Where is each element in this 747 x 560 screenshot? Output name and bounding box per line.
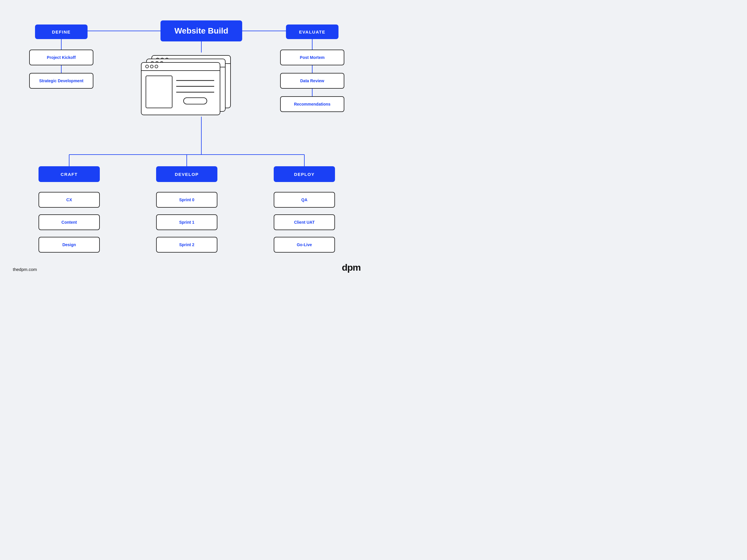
cx-label: CX [66, 197, 72, 202]
qa-label: QA [302, 197, 308, 202]
define-label: DEFINE [52, 29, 71, 34]
design-node: Design [38, 237, 100, 252]
design-label: Design [62, 242, 76, 247]
sprint0-node: Sprint 0 [156, 192, 217, 208]
data-review-node: Data Review [280, 73, 344, 89]
define-node: DEFINE [35, 25, 87, 39]
post-mortem-label: Post Mortem [300, 55, 325, 60]
project-kickoff-node: Project Kickoff [29, 50, 93, 65]
cx-node: CX [38, 192, 100, 208]
client-uat-label: Client UAT [294, 220, 315, 224]
go-live-node: Go-Live [274, 237, 335, 252]
qa-node: QA [274, 192, 335, 208]
client-uat-node: Client UAT [274, 214, 335, 230]
strategic-development-node: Strategic Development [29, 73, 93, 89]
watermark-left-text: thedpm.com [13, 267, 37, 272]
craft-node: CRAFT [38, 166, 100, 182]
browser-illustration [140, 53, 239, 117]
data-review-label: Data Review [300, 78, 324, 83]
develop-node: DEVELOP [156, 166, 217, 182]
develop-label: DEVELOP [175, 172, 199, 177]
post-mortem-node: Post Mortem [280, 50, 344, 65]
recommendations-label: Recommendations [294, 102, 330, 106]
craft-label: CRAFT [61, 172, 78, 177]
evaluate-label: EVALUATE [299, 29, 326, 34]
recommendations-node: Recommendations [280, 96, 344, 112]
deploy-label: DEPLOY [294, 172, 315, 177]
website-build-node: Website Build [160, 20, 242, 42]
watermark-url: thedpm.com [13, 267, 37, 272]
sprint1-node: Sprint 1 [156, 214, 217, 230]
sprint2-node: Sprint 2 [156, 237, 217, 252]
website-build-label: Website Build [175, 26, 229, 35]
sprint0-label: Sprint 0 [179, 197, 194, 202]
go-live-label: Go-Live [297, 242, 312, 247]
strategic-development-label: Strategic Development [39, 78, 83, 83]
project-kickoff-label: Project Kickoff [47, 55, 76, 60]
watermark-brand: dpm [342, 262, 361, 273]
sprint1-label: Sprint 1 [179, 220, 194, 224]
deploy-node: DEPLOY [274, 166, 335, 182]
sprint2-label: Sprint 2 [179, 242, 194, 247]
watermark-right-text: dpm [342, 262, 361, 273]
content-node: Content [38, 214, 100, 230]
evaluate-node: EVALUATE [286, 25, 338, 39]
content-label: Content [61, 220, 77, 224]
diagram: Website Build DEFINE EVALUATE Project Ki… [18, 12, 356, 268]
